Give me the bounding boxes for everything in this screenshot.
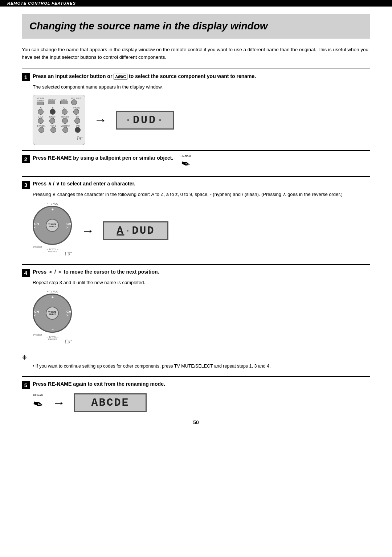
dpad-left: CH< — [34, 222, 39, 229]
title-box: Changing the source name in the display … — [22, 14, 370, 38]
page-title: Changing the source name in the display … — [29, 20, 363, 32]
step-5-title: Press RE-NAME again to exit from the ren… — [33, 381, 165, 388]
step-3-body: Pressing ∨ changes the character in the … — [33, 191, 370, 198]
b-btn — [50, 109, 56, 115]
step-1-visual: NTS/NM POWER STANDBY SLEEP RCH INPUT — [33, 95, 370, 145]
vcr2-btn — [62, 127, 68, 133]
md-btn — [62, 118, 68, 124]
tip-icon: ✳ — [22, 353, 370, 361]
top-bar-label: REMOTE CONTROL FEATURES — [7, 1, 76, 5]
sleep-btn — [60, 101, 68, 104]
dpad-2: + TV VOL TV MUTE SELECT + – CH< CH> PRES… — [33, 290, 73, 347]
step-4-section: 4 Press ＜ / ＞ to move the cursor to the … — [22, 264, 370, 347]
step-3-header: 3 Press ∧ / ∨ to select and enter a char… — [22, 180, 370, 189]
step-1-title: Press an input selector button or A/B/C … — [33, 73, 256, 80]
lcd-display-2: A·DUD — [103, 221, 168, 240]
hand-cursor-2: ☞ — [65, 249, 73, 259]
tip-section: ✳ • If you want to continue setting up c… — [22, 352, 370, 371]
dpad-down: – — [52, 240, 54, 244]
step-3-visual: + TV VOL TV MUTE SELECT + – CH< CH> PRES… — [33, 202, 370, 259]
step-1-section: 1 Press an input selector button or A/B/… — [22, 69, 370, 146]
arrow-2: → — [81, 223, 94, 238]
step-1-body: The selected component name appears in t… — [33, 83, 370, 91]
hand-cursor-1: ☞ — [77, 134, 83, 143]
dtv-btn — [38, 127, 44, 133]
step-5-header: 5 Press RE-NAME again to exit from the r… — [22, 381, 370, 389]
phono-btn — [73, 109, 79, 115]
pen-icon-2: ✒ — [31, 395, 45, 413]
step-3-number: 3 — [22, 181, 30, 189]
step-4-visual: + TV VOL TV MUTE SELECT + – CH< CH> PRES… — [33, 290, 370, 347]
arrow-1: → — [94, 112, 107, 128]
step-1-remote: NTS/NM POWER STANDBY SLEEP RCH INPUT — [33, 95, 85, 145]
dpad-up: + — [52, 208, 54, 212]
step-5-visual: RE-NAM ✒ → ABCDE — [33, 393, 370, 412]
step-2-header: 2 Press RE-NAME by using a ballpoint pen… — [22, 155, 370, 171]
step-2-title: Press RE-NAME by using a ballpoint pen o… — [33, 155, 173, 162]
dpad2-left: CH< — [34, 310, 39, 317]
dpad-center-label-2: TV MUTE SELECT — [46, 307, 59, 320]
step-1-number: 1 — [22, 73, 30, 81]
pen-icon-1: ✒ — [179, 156, 192, 172]
dpad2-up: + — [52, 295, 54, 299]
rename-btn-visual: RE-NAM ✒ — [180, 155, 191, 171]
dvd-btn — [75, 127, 81, 133]
step-1-header: 1 Press an input selector button or A/B/… — [22, 73, 370, 81]
step-5-number: 5 — [22, 381, 30, 389]
lcd-display-3: ABCDE — [74, 393, 147, 412]
lcd-display-1: ·DUD· — [116, 111, 174, 130]
arrow-3: → — [52, 395, 65, 410]
step-3-title: Press ∧ / ∨ to select and enter a charac… — [33, 180, 135, 188]
hand-cursor-3: ☞ — [65, 337, 73, 347]
step-4-body: Repeat step 3 and 4 until the new name i… — [33, 279, 370, 286]
step-4-title: Press ＜ / ＞ to move the cursor to the ne… — [33, 269, 159, 276]
dpad2-right: CH> — [66, 310, 71, 317]
dpad-1: + TV VOL TV MUTE SELECT + – CH< CH> PRES… — [33, 202, 73, 259]
cd-btn — [74, 118, 80, 124]
vcr1-btn — [50, 127, 56, 133]
step-4-header: 4 Press ＜ / ＞ to move the cursor to the … — [22, 269, 370, 277]
top-bar: REMOTE CONTROL FEATURES — [0, 0, 392, 7]
vaux-btn — [38, 118, 44, 124]
step-4-number: 4 — [22, 269, 30, 277]
c-btn — [62, 109, 68, 115]
rch-btn — [71, 99, 77, 105]
dpad-right: CH> — [66, 222, 71, 229]
dpad-circle-2: TV MUTE SELECT + – CH< CH> — [33, 294, 73, 333]
dpad-center-label: TV MUTE SELECT — [46, 219, 59, 232]
step-5-section: 5 Press RE-NAME again to exit from the r… — [22, 376, 370, 412]
dpad2-down: – — [52, 328, 54, 332]
page-number: 50 — [22, 419, 370, 425]
step-2-section: 2 Press RE-NAME by using a ballpoint pen… — [22, 150, 370, 171]
tuner-btn — [49, 118, 55, 124]
standby-btn — [48, 101, 55, 104]
page-content: Changing the source name in the display … — [0, 7, 392, 440]
a-btn — [38, 109, 44, 115]
rename-btn-visual-2: RE-NAM ✒ — [33, 394, 44, 412]
intro-text: You can change the name that appears in … — [22, 46, 370, 61]
abc-key: A/B/C — [114, 74, 127, 79]
step-2-number: 2 — [22, 155, 30, 163]
dpad-circle: TV MUTE SELECT + – CH< CH> — [33, 206, 73, 246]
tip-text: • If you want to continue setting up cod… — [33, 363, 370, 370]
step-3-section: 3 Press ∧ / ∨ to select and enter a char… — [22, 176, 370, 259]
power-btn — [37, 102, 44, 105]
